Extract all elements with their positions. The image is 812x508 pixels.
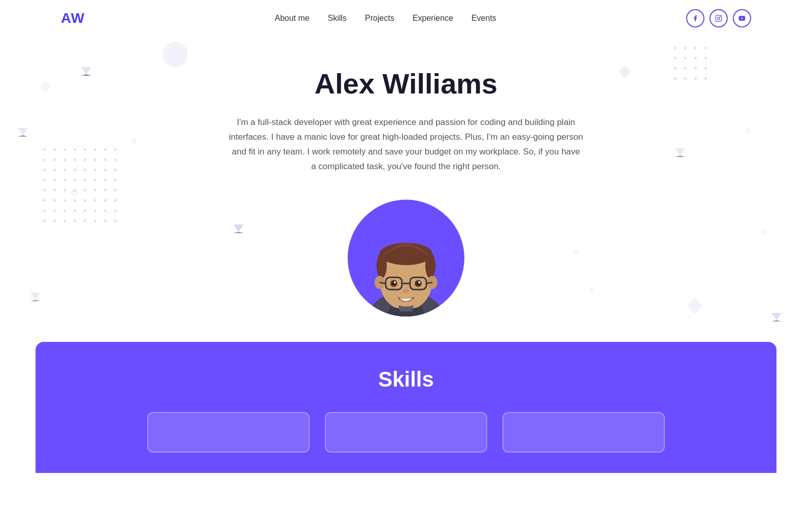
instagram-icon[interactable] xyxy=(709,9,728,27)
nav-links: About me Skills Projects Experience Even… xyxy=(275,14,496,23)
skill-card-1 xyxy=(147,412,310,453)
nav-skills[interactable]: Skills xyxy=(328,14,347,23)
skill-card-2 xyxy=(325,412,487,453)
hero-section: document.currentScript.insertAdjacentHTM… xyxy=(0,37,812,342)
navbar: AW About me Skills Projects Experience E… xyxy=(0,0,812,37)
nav-events[interactable]: Events xyxy=(471,14,496,23)
social-icons xyxy=(686,9,751,27)
nav-about-me[interactable]: About me xyxy=(275,14,309,23)
svg-point-2 xyxy=(720,16,721,17)
svg-point-22 xyxy=(418,281,420,283)
nav-experience[interactable]: Experience xyxy=(413,14,453,23)
avatar xyxy=(348,200,464,316)
skills-section: Skills xyxy=(36,342,776,473)
facebook-icon[interactable] xyxy=(686,9,704,27)
svg-point-21 xyxy=(394,281,396,283)
svg-point-8 xyxy=(377,253,387,278)
svg-point-1 xyxy=(718,17,720,20)
skills-title: Skills xyxy=(66,367,746,392)
hero-bio: I'm a full-stack developer with great ex… xyxy=(228,115,584,174)
svg-point-9 xyxy=(425,253,435,278)
hero-title: Alex Williams xyxy=(101,67,710,100)
skill-card-3 xyxy=(502,412,665,453)
svg-point-23 xyxy=(403,289,409,293)
skills-cards xyxy=(66,412,746,453)
site-logo[interactable]: AW xyxy=(61,10,85,26)
avatar-container xyxy=(101,200,710,316)
nav-projects[interactable]: Projects xyxy=(365,14,394,23)
youtube-icon[interactable] xyxy=(733,9,751,27)
hero-content: Alex Williams I'm a full-stack developer… xyxy=(101,67,710,174)
avatar-illustration xyxy=(355,207,457,316)
svg-rect-0 xyxy=(716,15,722,21)
